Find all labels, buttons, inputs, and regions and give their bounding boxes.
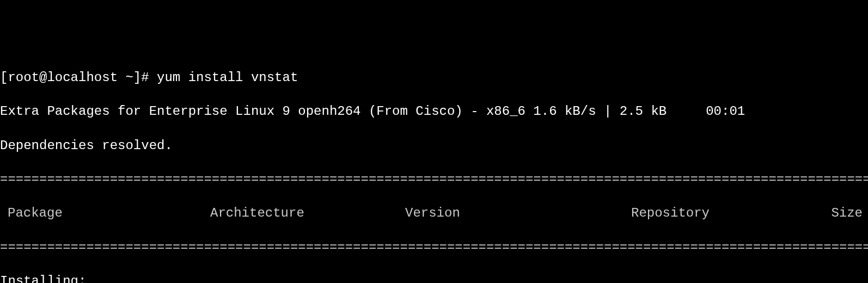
rule-top: ========================================…: [0, 171, 868, 188]
repo-status-line: Extra Packages for Enterprise Linux 9 op…: [0, 103, 868, 120]
installing-label: Installing:: [0, 273, 868, 283]
header-package: Package: [0, 205, 210, 222]
header-version: Version: [405, 205, 631, 222]
command-text: yum install vnstat: [157, 70, 298, 85]
header-arch: Architecture: [210, 205, 405, 222]
header-size: Size: [773, 205, 868, 222]
shell-prompt: [root@localhost ~]#: [0, 70, 157, 85]
header-repo: Repository: [631, 205, 773, 222]
deps-resolved-line: Dependencies resolved.: [0, 137, 868, 154]
rule-mid: ========================================…: [0, 239, 868, 256]
command-line[interactable]: [root@localhost ~]# yum install vnstat: [0, 69, 868, 86]
table-header: Package Architecture Version Repository …: [0, 205, 868, 222]
